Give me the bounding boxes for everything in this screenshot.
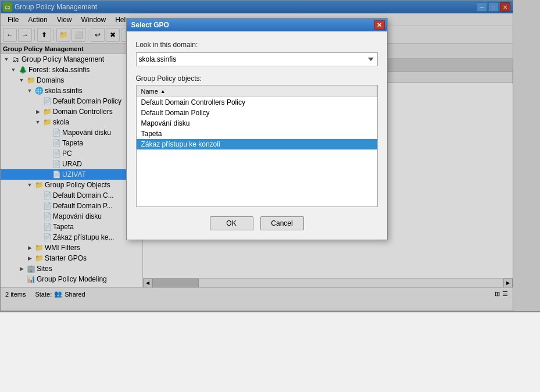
gpo-list-header: Name ▲	[137, 85, 377, 97]
gpo-name-2: Default Domain Policy	[141, 109, 210, 117]
modal-overlay: Select GPO ✕ Look in this domain: skola.…	[1, 1, 513, 311]
domain-label: Look in this domain:	[136, 41, 378, 49]
gpo-list: Name ▲ Default Domain Controllers Policy…	[136, 85, 378, 207]
bottom-section	[0, 311, 540, 392]
dialog-buttons: OK Cancel	[136, 216, 378, 230]
gpo-row-5[interactable]: Zákaz přístupu ke konzoli	[137, 139, 377, 149]
gpo-row-1[interactable]: Default Domain Controllers Policy	[137, 97, 377, 108]
gpo-list-label: Group Policy objects:	[136, 74, 378, 83]
dialog-title-bar: Select GPO ✕	[127, 19, 387, 31]
gpo-row-2[interactable]: Default Domain Policy	[137, 108, 377, 118]
dialog-content: Look in this domain: skola.ssinfis Group…	[127, 31, 387, 240]
gpo-row-4[interactable]: Tapeta	[137, 129, 377, 139]
ok-button[interactable]: OK	[210, 216, 253, 230]
gpo-row-3[interactable]: Mapování disku	[137, 118, 377, 129]
domain-select[interactable]: skola.ssinfis	[136, 52, 378, 66]
gpo-name-4: Tapeta	[141, 130, 162, 138]
dialog-close-button[interactable]: ✕	[374, 20, 385, 30]
cancel-button[interactable]: Cancel	[260, 216, 304, 230]
select-gpo-dialog: Select GPO ✕ Look in this domain: skola.…	[126, 18, 388, 240]
gpo-name-5: Zákaz přístupu ke konzoli	[141, 140, 220, 148]
dialog-title: Select GPO	[131, 21, 169, 29]
gpo-name-1: Default Domain Controllers Policy	[141, 98, 245, 106]
gpo-col-name-label: Name	[141, 88, 158, 95]
sort-arrow-icon: ▲	[160, 88, 166, 94]
main-window: 🗂 Group Policy Management ─ □ ✕ File Act…	[0, 0, 513, 311]
gpo-col-name[interactable]: Name ▲	[137, 85, 377, 97]
gpo-name-3: Mapování disku	[141, 119, 190, 127]
